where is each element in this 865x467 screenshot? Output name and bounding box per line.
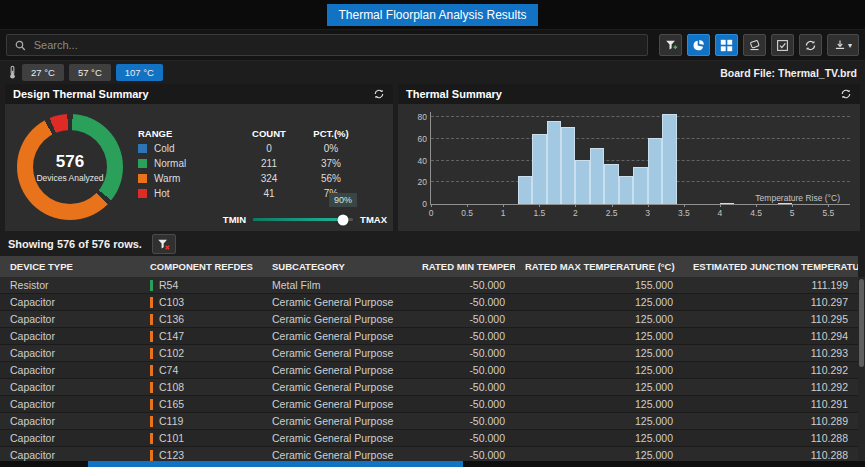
vertical-scrollbar[interactable] <box>858 277 865 461</box>
refdes-cell: C165 <box>140 398 262 410</box>
tmin-label: TMIN <box>223 214 246 225</box>
pie-view-button[interactable] <box>687 34 710 56</box>
refdes-color-bar <box>150 450 153 461</box>
table-row[interactable]: CapacitorC147Ceramic General Purpose-50.… <box>0 328 858 345</box>
histogram-bar[interactable] <box>778 203 792 204</box>
table-row[interactable]: ResistorR54Metal Film-50.000155.000111.1… <box>0 277 858 294</box>
refdes-color-bar <box>150 297 153 308</box>
histogram-bar[interactable] <box>604 164 618 204</box>
range-legend: RANGE COUNT PCT.(%) Cold00%Normal21137%W… <box>138 128 362 199</box>
temperature-bar: 27 °C 57 °C 107 °C Board File: Thermal_T… <box>0 61 865 84</box>
rated-min-cell: -50.000 <box>412 398 515 410</box>
column-header[interactable]: SUBCATEGORY <box>262 261 412 272</box>
refdes-color-bar <box>150 280 153 291</box>
refdes-cell: C108 <box>140 381 262 393</box>
eraser-button[interactable] <box>743 34 766 56</box>
page-title: Thermal Floorplan Analysis Results <box>327 4 537 26</box>
panel-refresh-button[interactable] <box>840 88 852 100</box>
filter-add-button[interactable] <box>659 34 682 56</box>
search-input[interactable] <box>34 39 639 51</box>
search-icon <box>15 40 26 51</box>
x-tick-label: 0 <box>429 208 434 218</box>
refdes-color-bar <box>150 314 153 325</box>
download-button[interactable]: ▾ <box>827 34 859 56</box>
search-box[interactable] <box>6 34 648 56</box>
est-junction-cell: 111.199 <box>683 279 858 291</box>
select-all-button[interactable] <box>771 34 794 56</box>
legend-range-label: Warm <box>138 173 238 184</box>
horizontal-scrollbar[interactable] <box>0 461 865 467</box>
tmin-tmax-slider-row: TMIN 90% TMAX <box>223 214 387 225</box>
histogram-bar[interactable] <box>561 127 575 204</box>
rated-min-cell: -50.000 <box>412 296 515 308</box>
table-row[interactable]: CapacitorC108Ceramic General Purpose-50.… <box>0 379 858 396</box>
showing-rows-label: Showing 576 of 576 rows. <box>8 238 142 250</box>
slider-handle[interactable] <box>338 214 349 225</box>
histogram-bar[interactable] <box>648 138 662 204</box>
temp-button-57[interactable]: 57 °C <box>69 64 111 81</box>
rated-min-cell: -50.000 <box>412 432 515 444</box>
subcategory-cell: Ceramic General Purpose <box>262 415 412 427</box>
table-row[interactable]: CapacitorC123Ceramic General Purpose-50.… <box>0 447 858 461</box>
subcategory-cell: Ceramic General Purpose <box>262 364 412 376</box>
rated-min-cell: -50.000 <box>412 449 515 461</box>
legend-count-value: 324 <box>238 173 300 184</box>
histogram-bar[interactable] <box>633 167 647 204</box>
refresh-button[interactable] <box>799 34 822 56</box>
column-header[interactable]: ESTIMATED JUNCTION TEMPERATURE (°C) <box>683 261 858 272</box>
clear-filter-button[interactable] <box>152 234 176 254</box>
table-row[interactable]: CapacitorC136Ceramic General Purpose-50.… <box>0 311 858 328</box>
x-tick-mark <box>756 204 757 207</box>
y-tick-label: 80 <box>418 112 427 122</box>
legend-swatch <box>138 174 147 183</box>
histogram-bar[interactable] <box>532 134 546 204</box>
column-header[interactable]: RATED MIN TEMPERATURE (°C) <box>412 261 515 272</box>
panel-body: 576 Devices Analyzed RANGE COUNT PCT.(%)… <box>5 104 393 231</box>
temp-button-27[interactable]: 27 °C <box>22 64 64 81</box>
grid-view-button[interactable] <box>715 34 738 56</box>
subcategory-cell: Ceramic General Purpose <box>262 296 412 308</box>
table-row[interactable]: CapacitorC103Ceramic General Purpose-50.… <box>0 294 858 311</box>
rated-max-cell: 125.000 <box>515 330 683 342</box>
x-tick-mark <box>467 204 468 207</box>
x-tick-mark <box>575 204 576 207</box>
x-tick-mark <box>792 204 793 207</box>
histogram-plot[interactable]: 02040608000.511.522.533.544.555.5 <box>430 112 850 205</box>
donut-chart[interactable]: 576 Devices Analyzed <box>17 114 123 220</box>
vertical-scrollbar-thumb[interactable] <box>859 279 864 367</box>
rated-min-cell: -50.000 <box>412 313 515 325</box>
histogram-bar[interactable] <box>575 160 589 204</box>
histogram-bar[interactable] <box>662 114 676 204</box>
table-row[interactable]: CapacitorC101Ceramic General Purpose-50.… <box>0 430 858 447</box>
x-tick-label: 2 <box>573 208 578 218</box>
design-thermal-summary-panel: Design Thermal Summary 576 Devices Analy… <box>5 84 393 231</box>
refdes-color-bar <box>150 399 153 410</box>
temp-button-107[interactable]: 107 °C <box>116 64 163 81</box>
filter-add-icon <box>664 38 678 52</box>
histogram-bar[interactable] <box>590 148 604 204</box>
refdes-cell: R54 <box>140 279 262 291</box>
refresh-icon <box>840 88 852 100</box>
x-tick-label: 5 <box>790 208 795 218</box>
table-row[interactable]: CapacitorC165Ceramic General Purpose-50.… <box>0 396 858 413</box>
device-type-cell: Resistor <box>0 279 140 291</box>
panel-refresh-button[interactable] <box>373 88 385 100</box>
checkbox-icon <box>776 39 789 52</box>
column-header[interactable]: RATED MAX TEMPERATURE (°C) <box>515 261 683 272</box>
slider-track[interactable]: 90% <box>253 218 353 221</box>
thermometer-icon <box>8 65 17 80</box>
legend-range-label: Cold <box>138 143 238 154</box>
table-row[interactable]: CapacitorC119Ceramic General Purpose-50.… <box>0 413 858 430</box>
histogram-bar[interactable] <box>720 203 734 204</box>
column-header[interactable]: DEVICE TYPE <box>0 261 140 272</box>
table-row[interactable]: CapacitorC102Ceramic General Purpose-50.… <box>0 345 858 362</box>
horizontal-scrollbar-thumb[interactable] <box>88 461 463 467</box>
histogram-bar[interactable] <box>547 121 561 204</box>
refresh-icon <box>804 39 817 52</box>
histogram-bar[interactable] <box>619 176 633 204</box>
table-row[interactable]: CapacitorC74Ceramic General Purpose-50.0… <box>0 362 858 379</box>
column-header[interactable]: COMPONENT REFDES <box>140 261 262 272</box>
refresh-icon <box>373 88 385 100</box>
histogram-bar[interactable] <box>518 176 532 204</box>
device-type-cell: Capacitor <box>0 347 140 359</box>
